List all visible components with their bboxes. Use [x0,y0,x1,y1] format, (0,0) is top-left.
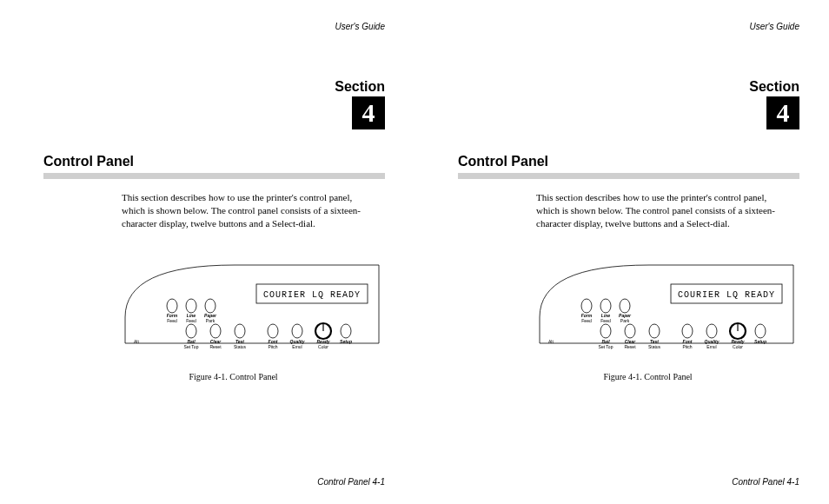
header-label: User's Guide [17,22,385,31]
lcd-display: COURIER LQ READY [263,290,361,300]
section-number-box: 4 [352,96,385,129]
top-button-row: Form Feed Line Feed Paper Park [167,299,217,323]
section-number-box: 4 [766,96,799,129]
svg-text:Feed: Feed [167,318,177,323]
intro-paragraph: This section describes how to use the pr… [536,191,787,230]
alt-label: Alt [548,339,554,344]
section-heading: Section 4 [17,79,385,129]
page-left: User's Guide Section 4 Control Panel Thi… [0,0,414,504]
section-word: Section [17,79,385,95]
control-panel-figure: COURIER LQ READY Form Feed Line Feed Pap… [122,256,382,356]
svg-text:Status: Status [648,344,661,349]
intro-paragraph: This section describes how to use the pr… [122,191,373,230]
svg-text:Pitch: Pitch [268,344,277,349]
section-word: Section [432,79,799,95]
figure-wrap: COURIER LQ READY Form Feed Line Feed Pap… [536,256,812,381]
svg-point-53 [706,324,717,338]
svg-text:Park: Park [620,318,630,323]
svg-point-29 [341,324,351,338]
svg-point-7 [205,299,216,313]
svg-point-13 [210,324,221,338]
svg-text:Emul: Emul [292,344,302,349]
svg-point-38 [620,299,630,313]
svg-point-1 [167,299,177,313]
svg-point-22 [292,324,302,338]
svg-text:Park: Park [206,318,216,323]
alt-label: Alt [134,339,139,344]
svg-point-4 [186,299,196,313]
svg-point-10 [186,324,196,338]
svg-point-32 [581,299,592,313]
svg-text:Feed: Feed [581,318,592,323]
svg-text:Status: Status [234,344,247,349]
svg-text:Color: Color [733,344,743,349]
control-panel-figure: COURIER LQ READY Form Feed Line Feed Pap… [536,256,797,356]
svg-text:Feed: Feed [186,318,196,323]
svg-text:Pitch: Pitch [682,344,692,349]
svg-point-47 [649,324,660,338]
svg-point-50 [682,324,693,338]
svg-text:Color: Color [318,344,328,349]
title-rule [43,173,385,179]
select-dial: Ready Color [315,323,331,349]
figure-caption: Figure 4-1. Control Panel [70,372,397,381]
footer-label: Control Panel 4-1 [317,477,385,487]
page-right: User's Guide Section 4 Control Panel Thi… [414,0,829,504]
header-label: User's Guide [432,22,799,31]
svg-point-19 [268,324,278,338]
footer-label: Control Panel 4-1 [732,477,799,487]
title-rule [458,173,799,179]
figure-wrap: COURIER LQ READY Form Feed Line Feed Pap… [122,256,397,381]
page-title: Control Panel [458,154,812,169]
svg-text:Setup: Setup [754,339,766,344]
svg-text:Emul: Emul [706,344,716,349]
svg-point-60 [755,324,766,338]
select-dial: Ready Color [730,323,746,349]
svg-text:Set Top: Set Top [599,344,613,349]
figure-caption: Figure 4-1. Control Panel [484,372,812,381]
lcd-display: COURIER LQ READY [678,290,775,300]
svg-text:Feed: Feed [600,318,611,323]
page-title: Control Panel [43,154,397,169]
svg-text:Set Top: Set Top [184,344,199,349]
svg-point-35 [600,299,611,313]
svg-text:Setup: Setup [340,339,352,344]
svg-point-41 [600,324,611,338]
svg-point-44 [625,324,635,338]
svg-point-16 [235,324,245,338]
section-heading: Section 4 [432,79,799,129]
svg-text:Reset: Reset [209,344,222,349]
top-button-row: Form Feed Line Feed Paper Park [581,299,632,323]
svg-text:Reset: Reset [624,344,636,349]
